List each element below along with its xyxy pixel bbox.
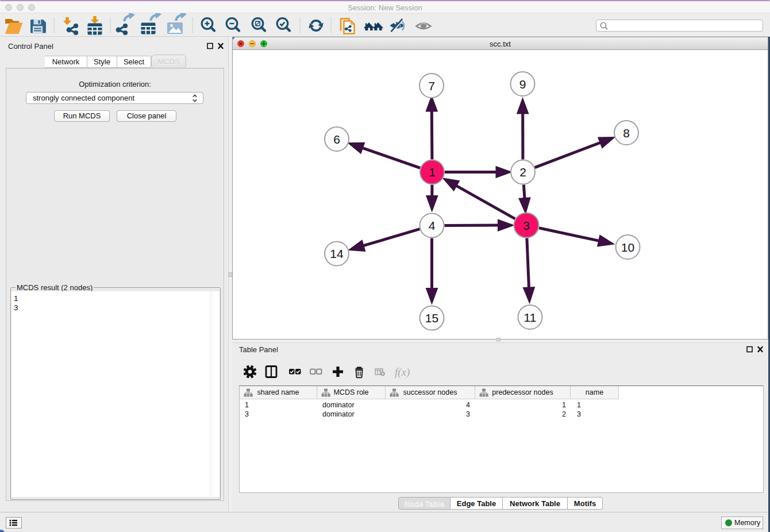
svg-text:15: 15 bbox=[425, 311, 438, 325]
svg-text:f(x): f(x) bbox=[395, 366, 410, 379]
svg-text:1: 1 bbox=[429, 165, 436, 179]
svg-text:11: 11 bbox=[524, 311, 537, 324]
svg-text:6: 6 bbox=[333, 133, 340, 146]
svg-text:2: 2 bbox=[519, 165, 526, 179]
svg-text:10: 10 bbox=[621, 241, 634, 254]
svg-text:7: 7 bbox=[428, 79, 435, 92]
svg-text:14: 14 bbox=[330, 247, 344, 260]
svg-text:4: 4 bbox=[429, 219, 436, 232]
svg-text:9: 9 bbox=[519, 78, 526, 91]
svg-text:3: 3 bbox=[523, 219, 530, 232]
svg-text:8: 8 bbox=[623, 126, 630, 140]
